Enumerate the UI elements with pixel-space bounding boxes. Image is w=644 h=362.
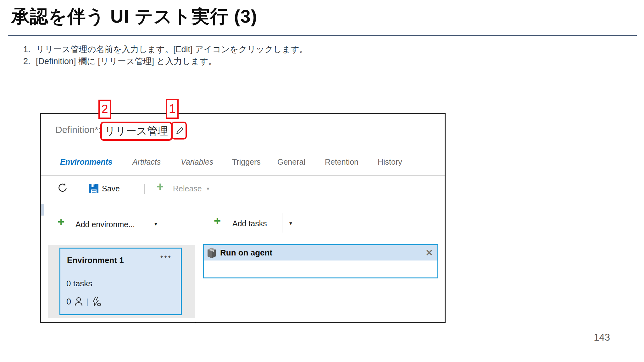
close-icon[interactable]: ✕ [426, 248, 433, 258]
list-item: 2. [Definition] 欄に [リリース管理] と入力します。 [23, 55, 308, 67]
refresh-icon [57, 183, 68, 193]
toolbar-divider-bottom [41, 203, 445, 203]
add-environment-caret-icon[interactable]: ▼ [153, 221, 158, 227]
person-icon[interactable] [74, 297, 83, 307]
annotation-label-2: 2 [98, 100, 111, 119]
annotation-box-edit-icon [171, 122, 187, 140]
environment-task-count: 0 tasks [66, 279, 92, 288]
add-environment-button[interactable]: Add environme... [75, 220, 135, 229]
task-group-panel: Run on agent ✕ [203, 244, 438, 278]
refresh-button[interactable] [57, 183, 68, 193]
definition-label: Definition*: [55, 124, 101, 135]
approvers-count: 0 [66, 297, 71, 307]
title-underline [8, 35, 637, 36]
task-group-header[interactable]: Run on agent [204, 245, 437, 261]
definition-name-field[interactable]: リリース管理 [105, 124, 168, 138]
tab-triggers[interactable]: Triggers [232, 157, 261, 167]
annotation-number: 1 [169, 102, 175, 116]
instruction-list: 1. リリース管理の名前を入力します。[Edit] アイコンをクリックします。 … [23, 43, 308, 67]
release-caret-icon[interactable]: ▼ [206, 186, 210, 191]
annotation-number: 2 [101, 102, 108, 116]
add-tasks-divider [282, 213, 282, 233]
environment-status-row: 0 | [66, 296, 102, 307]
task-group-title: Run on agent [220, 248, 272, 258]
add-environment-plus-icon: + [58, 217, 64, 227]
screenshot-panel: 2 1 Definition*: リリース管理 Environments Art… [40, 113, 446, 323]
page-title: 承認を伴う UI テスト実行 (3) [11, 4, 257, 29]
environment-card[interactable]: Environment 1 ••• 0 tasks 0 | [59, 248, 182, 315]
environment-menu-button[interactable]: ••• [160, 252, 172, 261]
step-number: 1. [23, 43, 36, 55]
slide: 承認を伴う UI テスト実行 (3) 1. リリース管理の名前を入力します。[E… [0, 0, 644, 362]
edit-pencil-icon[interactable] [174, 125, 185, 136]
annotation-box-definition-value: リリース管理 [100, 122, 172, 141]
step-number: 2. [23, 55, 36, 67]
tab-retention[interactable]: Retention [325, 157, 358, 167]
scroll-sliver [41, 204, 44, 216]
tab-variables[interactable]: Variables [181, 157, 213, 167]
save-icon [89, 184, 99, 194]
add-tasks-button[interactable]: Add tasks [232, 219, 267, 228]
trigger-lightning-gear-icon[interactable] [92, 296, 102, 307]
annotation-label-1: 1 [166, 99, 179, 119]
list-item: 1. リリース管理の名前を入力します。[Edit] アイコンをクリックします。 [23, 43, 308, 55]
status-divider: | [86, 297, 88, 307]
tab-general[interactable]: General [277, 157, 305, 167]
tab-environments[interactable]: Environments [60, 157, 113, 167]
page-number: 143 [582, 332, 610, 343]
pane-divider [195, 203, 195, 323]
environment-name: Environment 1 [67, 255, 124, 265]
step-text: [Definition] 欄に [リリース管理] と入力します。 [36, 55, 217, 67]
save-button[interactable]: Save [102, 184, 120, 193]
add-tasks-plus-icon: + [214, 216, 221, 226]
add-tasks-caret-icon[interactable]: ▼ [288, 221, 293, 226]
package-icon [207, 247, 216, 259]
tab-history[interactable]: History [378, 157, 402, 167]
release-button[interactable]: Release [173, 184, 202, 193]
release-plus-icon: + [157, 182, 164, 191]
toolbar-divider [85, 184, 85, 194]
step-text: リリース管理の名前を入力します。[Edit] アイコンをクリックします。 [36, 43, 308, 55]
toolbar-divider [144, 184, 145, 194]
tab-artifacts[interactable]: Artifacts [132, 157, 161, 167]
tabbar-divider [41, 175, 445, 176]
